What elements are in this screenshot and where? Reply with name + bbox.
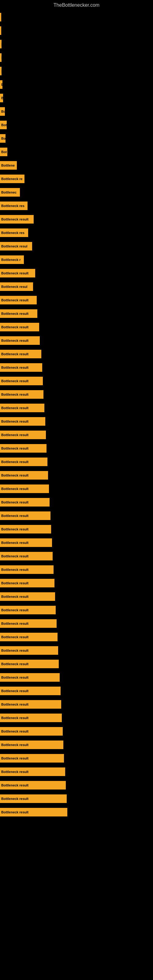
bar-row: Bottleneck result bbox=[0, 711, 153, 725]
bar-row: Bottleneck res bbox=[0, 226, 153, 240]
bar-label: Bottleneck result bbox=[1, 676, 29, 679]
bar-label: Bottleneck result bbox=[1, 379, 29, 383]
bar-row: Bottleneck re bbox=[0, 172, 153, 186]
bar-label: Bottleneck result bbox=[1, 635, 29, 639]
bar-label: Bottleneck result bbox=[1, 298, 29, 302]
bar-fill: Bottleneck res bbox=[0, 229, 28, 237]
bar-label: Bottleneck result bbox=[1, 649, 29, 652]
bar-row: Bottleneck result bbox=[0, 428, 153, 442]
bar-row: Bottleneck resul bbox=[0, 280, 153, 293]
bar-row: Bo bbox=[0, 105, 153, 118]
bar-label: Bot bbox=[1, 123, 7, 127]
bar-fill: Bottleneck result bbox=[0, 727, 63, 736]
bar-row: Bottleneck result bbox=[0, 563, 153, 576]
bar-row: Bottleneck result bbox=[0, 455, 153, 469]
bar-fill: Bottleneck result bbox=[0, 714, 62, 722]
bar-fill: Bottleneck result bbox=[0, 485, 49, 493]
bar-fill: Bottleneck result bbox=[0, 579, 54, 587]
bar-fill: Bottleneck result bbox=[0, 673, 60, 682]
bar-fill: Bottleneck result bbox=[0, 646, 58, 655]
bar-fill: Bottleneck result bbox=[0, 458, 48, 466]
bar-fill: Bottleneck result bbox=[0, 565, 54, 574]
bar-fill: Bottleneck r bbox=[0, 255, 24, 264]
bar-row: Bottleneck result bbox=[0, 374, 153, 388]
bar-label: Bottleneck result bbox=[1, 756, 29, 760]
bar-label: Bo bbox=[1, 110, 5, 113]
bar-fill: Bottleneck result bbox=[0, 296, 37, 304]
bar-row: Bottleneck result bbox=[0, 293, 153, 307]
bar-row: Bottleneck result bbox=[0, 320, 153, 334]
bar-row: Bot bbox=[0, 118, 153, 132]
bar-fill: Bottleneck result bbox=[0, 767, 65, 776]
site-title: TheBottlenecker.com bbox=[0, 0, 153, 10]
bar-row: | bbox=[0, 37, 153, 51]
bar-fill: Bottleneck result bbox=[0, 431, 46, 439]
bar-row: Bottleneck result bbox=[0, 415, 153, 428]
bar-label: | bbox=[1, 69, 2, 73]
bar-row: Bottleneck result bbox=[0, 509, 153, 522]
bar-fill: Bottleneck result bbox=[0, 417, 45, 426]
bar-label: Bottleneck result bbox=[1, 514, 29, 517]
bar-label: Bottleneck res bbox=[1, 204, 24, 208]
bar-row: Bottleneck result bbox=[0, 684, 153, 698]
bar-fill: Bottleneck result bbox=[0, 538, 52, 547]
bar-label: Bottleneck result bbox=[1, 420, 29, 423]
bar-row: Bottleneck result bbox=[0, 671, 153, 684]
bar-label: Bottleneck res bbox=[1, 231, 24, 235]
bar-row: Bottleneck result bbox=[0, 725, 153, 738]
bar-fill: Bo bbox=[0, 134, 5, 143]
bar-row: Bottleneck result bbox=[0, 590, 153, 603]
bar-row: Bottleneck resul bbox=[0, 240, 153, 253]
bar-label: Bottleneck result bbox=[1, 810, 29, 814]
bar-label: Bottleneck result bbox=[1, 312, 29, 315]
bar-label: Bottleneck result bbox=[1, 770, 29, 773]
bar-label: | bbox=[1, 42, 2, 46]
bar-label: Bottleneck result bbox=[1, 366, 29, 369]
bar-fill: | bbox=[0, 53, 2, 62]
bar-row: Bottleneck result bbox=[0, 751, 153, 765]
bar-label: | bbox=[1, 56, 2, 59]
bar-fill: Bottleneck result bbox=[0, 390, 43, 399]
bar-fill: Bottleneck result bbox=[0, 700, 61, 709]
bar-fill: Bottleneck result bbox=[0, 794, 67, 803]
bar-fill: Bot bbox=[0, 121, 7, 129]
bar-fill: Bottlenec bbox=[0, 188, 20, 197]
bar-label: E bbox=[1, 83, 2, 86]
bar-fill: Bottleneck result bbox=[0, 511, 51, 520]
bar-row: Bottleneck result bbox=[0, 213, 153, 226]
bar-row: Bottlene bbox=[0, 159, 153, 172]
bar-row: Bottleneck result bbox=[0, 805, 153, 819]
bar-label: Bottlene bbox=[1, 164, 15, 167]
bar-fill: Bottleneck re bbox=[0, 175, 24, 183]
bar-row: Bottleneck result bbox=[0, 617, 153, 630]
bar-label: Bottleneck result bbox=[1, 352, 29, 356]
bar-row: Bottleneck result bbox=[0, 644, 153, 657]
bar-row: Bottleneck result bbox=[0, 549, 153, 563]
bar-fill: Bottleneck result bbox=[0, 350, 41, 358]
bar-label: Bottleneck result bbox=[1, 783, 29, 787]
bar-fill: Bottleneck result bbox=[0, 336, 40, 345]
bar-label: Bo bbox=[1, 137, 5, 140]
bar-label: Bottleneck result bbox=[1, 622, 29, 625]
bar-label: Bottleneck result bbox=[1, 460, 29, 464]
bar-row: Bottleneck result bbox=[0, 522, 153, 536]
bar-label: B bbox=[1, 96, 3, 100]
bar-fill: Bottleneck result bbox=[0, 525, 51, 533]
bar-label: Bottleneck result bbox=[1, 325, 29, 329]
bar-row: Bo bbox=[0, 132, 153, 145]
bar-row: Bottleneck result bbox=[0, 536, 153, 549]
bar-row: | bbox=[0, 64, 153, 78]
bar-fill: Bottleneck result bbox=[0, 309, 37, 318]
bar-row: B bbox=[0, 91, 153, 105]
bar-row: Bottleneck result bbox=[0, 603, 153, 617]
bar-label: Bottleneck result bbox=[1, 581, 29, 585]
bar-label: Bottleneck result bbox=[1, 218, 29, 221]
bar-label: Bottleneck result bbox=[1, 662, 29, 666]
bar-label: Bottleneck result bbox=[1, 716, 29, 720]
bar-fill: Bottleneck res bbox=[0, 202, 27, 210]
bar-label: Bottleneck result bbox=[1, 406, 29, 410]
bar-fill: | bbox=[0, 67, 2, 75]
bar-label: Bottleneck result bbox=[1, 271, 29, 275]
bar-row: Bottleneck result bbox=[0, 738, 153, 751]
bar-fill: Bottleneck result bbox=[0, 377, 43, 385]
